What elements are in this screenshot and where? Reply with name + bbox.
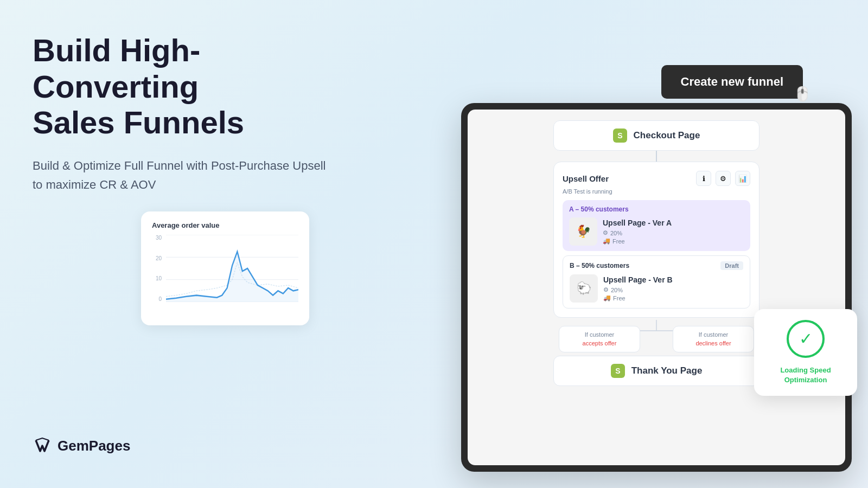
upsell-action-icons: ℹ ⚙ 📊	[696, 171, 750, 186]
variant-a-meta: ⚙ 20% 🚚 Free	[603, 229, 744, 245]
checkout-page-label: Checkout Page	[634, 130, 700, 141]
settings-icon-btn[interactable]: ⚙	[716, 171, 731, 186]
logo-icon	[33, 436, 52, 455]
variant-b-thumb: 🐑	[570, 274, 598, 303]
funnel-mockup: S Checkout Page Upsell Offer ℹ ⚙ 📊 A/B T…	[461, 103, 852, 472]
y-label-0: 0	[152, 296, 162, 302]
branch-accept-top: If customer	[567, 331, 632, 339]
branch-decline-box: If customer declines offer	[673, 326, 754, 352]
cursor-icon: 🖱️	[794, 86, 811, 102]
main-title: Build High-Converting Sales Funnels	[33, 33, 336, 141]
chart-icon-btn[interactable]: 📊	[735, 171, 750, 186]
logo-text: GemPages	[58, 438, 130, 454]
thank-you-shopify-icon: S	[611, 364, 625, 378]
variant-a-section: A – 50% customers 🐓 Upsell Page - Ver A …	[563, 200, 750, 251]
upsell-header: Upsell Offer ℹ ⚙ 📊	[563, 171, 750, 186]
y-label-20: 20	[152, 255, 162, 261]
chart-area: 30 20 10 0	[152, 235, 298, 311]
mockup-inner: S Checkout Page Upsell Offer ℹ ⚙ 📊 A/B T…	[468, 110, 845, 465]
draft-badge: Draft	[720, 261, 743, 270]
variant-b-content: 🐑 Upsell Page - Ver B ⚙ 20% 🚚 Free	[570, 274, 743, 303]
variant-a-thumb: 🐓	[569, 217, 597, 246]
variant-a-content: 🐓 Upsell Page - Ver A ⚙ 20% 🚚 Free	[569, 217, 744, 246]
chart-title: Average order value	[152, 221, 298, 229]
branch-decline-bottom: declines offer	[681, 339, 746, 348]
variant-b-meta: ⚙ 20% 🚚 Free	[603, 286, 743, 301]
upsell-offer-card: Upsell Offer ℹ ⚙ 📊 A/B Test is running A…	[553, 162, 760, 318]
thank-you-page-box: S Thank You Page	[553, 356, 760, 386]
variant-a-name: Upsell Page - Ver A	[603, 219, 744, 227]
variant-b-label: B – 50% customers	[570, 262, 629, 269]
svg-text:S: S	[617, 131, 622, 140]
variant-a-percent: ⚙ 20%	[603, 229, 744, 236]
connector-1	[656, 151, 657, 162]
y-label-10: 10	[152, 275, 162, 281]
variant-a-label: A – 50% customers	[569, 206, 744, 213]
shopify-icon: S	[613, 129, 627, 143]
y-label-30: 30	[152, 235, 162, 241]
variant-b-price: 🚚 Free	[603, 294, 743, 301]
speed-optimization-card: ✓ Loading Speed Optimization	[754, 309, 857, 396]
variant-a-price: 🚚 Free	[603, 237, 744, 245]
branch-decline-top: If customer	[681, 331, 746, 339]
subtitle: Build & Optimize Full Funnel with Post-P…	[33, 156, 336, 194]
variant-b-info: Upsell Page - Ver B ⚙ 20% 🚚 Free	[603, 275, 743, 301]
branch-accept-box: If customer accepts offer	[559, 326, 640, 352]
variant-a-info: Upsell Page - Ver A ⚙ 20% 🚚 Free	[603, 219, 744, 245]
chart-y-labels: 30 20 10 0	[152, 235, 162, 311]
upsell-title: Upsell Offer	[563, 174, 609, 183]
svg-text:S: S	[615, 367, 620, 375]
logo: GemPages	[33, 436, 130, 455]
chart-svg	[166, 235, 298, 302]
svg-marker-4	[166, 252, 298, 302]
hero-section: Build High-Converting Sales Funnels Buil…	[33, 33, 336, 194]
variant-b-name: Upsell Page - Ver B	[603, 275, 743, 284]
variant-b-section: B – 50% customers Draft 🐑 Upsell Page - …	[563, 255, 750, 309]
chart-card: Average order value 30 20 10 0	[141, 211, 309, 325]
speed-circle: ✓	[787, 320, 825, 358]
variant-b-header: B – 50% customers Draft	[570, 261, 743, 270]
info-icon-btn[interactable]: ℹ	[696, 171, 711, 186]
branch-accept-bottom: accepts offer	[567, 339, 632, 348]
thank-you-label: Thank You Page	[631, 365, 703, 376]
checkout-page-box: S Checkout Page	[553, 120, 760, 151]
variant-b-percent: ⚙ 20%	[603, 286, 743, 293]
speed-check-icon: ✓	[799, 329, 813, 348]
create-funnel-button[interactable]: Create new funnel	[661, 65, 803, 99]
branch-area: If customer accepts offer If customer de…	[553, 320, 760, 352]
speed-label: Loading Speed Optimization	[765, 365, 846, 385]
ab-status: A/B Test is running	[563, 188, 750, 195]
